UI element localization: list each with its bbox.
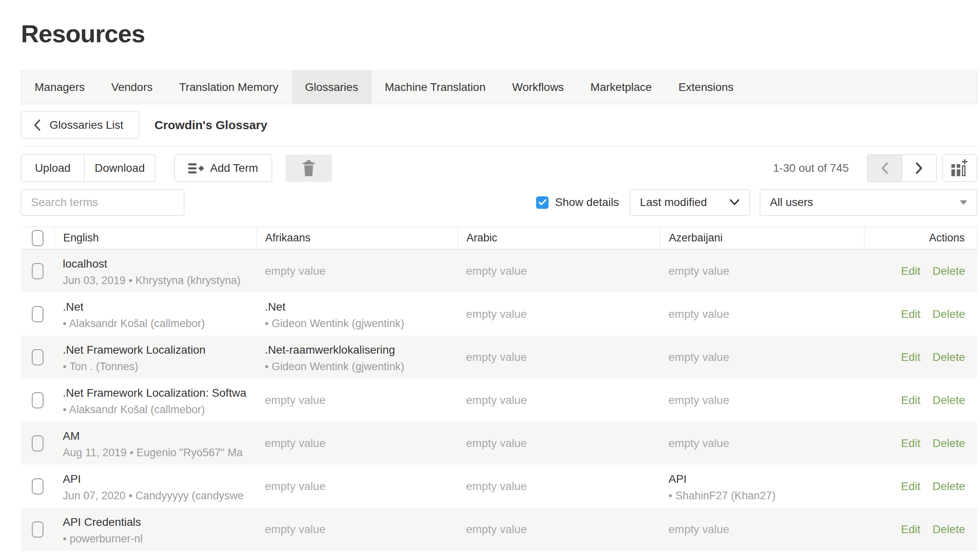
chevron-left-icon [33, 119, 41, 131]
actions-cell: EditDelete [864, 465, 977, 508]
checked-checkbox-icon [536, 196, 549, 209]
delete-link[interactable]: Delete [933, 351, 965, 364]
column-header-azerbaijani[interactable]: Azerbaijani [660, 227, 864, 249]
row-select-cell [21, 249, 54, 292]
afrikaans-cell: empty value [256, 249, 458, 292]
actions-cell: EditDelete [864, 379, 977, 422]
delete-link[interactable]: Delete [933, 308, 965, 321]
row-checkbox[interactable] [32, 392, 43, 408]
term-detail: • Alaksandr Košal (callmebor) [63, 316, 252, 331]
tab-translation-memory[interactable]: Translation Memory [166, 71, 291, 104]
add-term-button[interactable]: Add Term [174, 154, 272, 182]
next-page-button[interactable] [902, 154, 937, 182]
row-select-cell [21, 508, 54, 551]
upload-button[interactable]: Upload [21, 154, 85, 182]
row-checkbox[interactable] [32, 521, 43, 538]
tab-extensions[interactable]: Extensions [665, 71, 747, 104]
manage-columns-button[interactable] [943, 154, 977, 182]
arabic-cell: empty value [458, 336, 660, 379]
actions-cell: EditDelete [864, 422, 977, 465]
term-text: API [668, 472, 860, 486]
edit-link[interactable]: Edit [901, 437, 920, 450]
tab-marketplace[interactable]: Marketplace [577, 71, 665, 104]
sort-select-value: Last modified [640, 196, 707, 209]
row-checkbox[interactable] [32, 306, 43, 322]
column-header-english[interactable]: English [54, 227, 256, 249]
afrikaans-cell: empty value [256, 508, 458, 551]
column-header-arabic[interactable]: Arabic [458, 227, 660, 249]
download-button[interactable]: Download [85, 154, 155, 182]
users-select[interactable]: All users [760, 189, 977, 216]
edit-link[interactable]: Edit [901, 308, 920, 321]
delete-link[interactable]: Delete [933, 437, 965, 450]
tab-vendors[interactable]: Vendors [98, 71, 166, 104]
term-text: localhost [63, 256, 252, 271]
empty-value-label: empty value [668, 265, 729, 278]
edit-link[interactable]: Edit [901, 523, 920, 536]
delete-link[interactable]: Delete [933, 394, 965, 407]
pagination-range: 1-30 out of 745 [773, 162, 849, 175]
sort-select[interactable]: Last modified [630, 189, 750, 216]
english-cell: .Net Framework Localization: Softwa• Ala… [54, 379, 256, 422]
term-detail: Aug 11, 2019 • Eugenio "Ryo567" Ma [63, 445, 252, 460]
english-cell: APIJun 07, 2020 • Candyyyyy (candyswe [54, 465, 256, 508]
actions-cell: EditDelete [864, 508, 977, 551]
row-checkbox[interactable] [32, 435, 43, 451]
table-row: .Net• Alaksandr Košal (callmebor).Net• G… [21, 292, 977, 336]
empty-value-label: empty value [466, 265, 527, 278]
edit-link[interactable]: Edit [901, 351, 920, 364]
azerbaijani-cell: empty value [660, 249, 864, 292]
chevron-right-icon [916, 162, 923, 174]
list-plus-icon [188, 162, 204, 174]
empty-value-label: empty value [466, 480, 527, 493]
empty-value-label: empty value [265, 437, 326, 450]
tab-glossaries[interactable]: Glossaries [292, 71, 371, 104]
breadcrumb: Glossaries List Crowdin's Glossary [21, 111, 977, 139]
glossaries-list-back-button[interactable]: Glossaries List [21, 111, 139, 139]
edit-link[interactable]: Edit [901, 480, 920, 493]
arabic-cell: empty value [458, 379, 660, 422]
select-all-checkbox[interactable] [32, 230, 43, 246]
afrikaans-cell: empty value [256, 465, 458, 508]
show-details-toggle[interactable]: Show details [536, 196, 619, 209]
arabic-cell: empty value [458, 465, 660, 508]
term-text: .Net [63, 299, 252, 314]
table-row: localhostJun 03, 2019 • Khrystyna (khrys… [21, 249, 977, 292]
tab-machine-translation[interactable]: Machine Translation [371, 71, 499, 104]
row-checkbox[interactable] [32, 478, 43, 494]
search-input[interactable] [21, 189, 184, 216]
afrikaans-cell: empty value [256, 379, 458, 422]
afrikaans-cell: .Net• Gideon Wentink (gjwentink) [256, 292, 458, 336]
table-row: API Credentials• powerburner-nlempty val… [21, 508, 977, 551]
empty-value-label: empty value [668, 308, 729, 321]
tab-workflows[interactable]: Workflows [499, 71, 577, 104]
caret-down-icon [960, 200, 967, 205]
empty-value-label: empty value [466, 351, 527, 364]
term-text: AM [63, 428, 252, 443]
azerbaijani-cell: empty value [660, 379, 864, 422]
delete-link[interactable]: Delete [933, 480, 965, 493]
edit-link[interactable]: Edit [901, 394, 920, 407]
term-detail: • Ton . (Tonnes) [63, 359, 252, 374]
column-header-afrikaans[interactable]: Afrikaans [256, 227, 458, 249]
edit-link[interactable]: Edit [901, 265, 920, 278]
delete-link[interactable]: Delete [933, 523, 965, 536]
previous-page-button[interactable] [867, 154, 902, 182]
column-header-actions: Actions [864, 227, 977, 249]
row-checkbox[interactable] [32, 349, 43, 365]
table-header: English Afrikaans Arabic Azerbaijani Act… [21, 227, 977, 249]
glossary-table: English Afrikaans Arabic Azerbaijani Act… [21, 227, 977, 551]
delete-selected-button[interactable] [285, 154, 332, 182]
row-checkbox[interactable] [32, 263, 43, 279]
arabic-cell: empty value [458, 508, 660, 551]
trash-icon [302, 160, 316, 176]
empty-value-label: empty value [466, 308, 527, 321]
term-detail: • Gideon Wentink (gjwentink) [265, 316, 454, 331]
page-title: Resources [21, 19, 977, 48]
arabic-cell: empty value [458, 422, 660, 465]
term-text: API [63, 472, 252, 486]
delete-link[interactable]: Delete [933, 265, 965, 278]
tab-managers[interactable]: Managers [21, 71, 98, 104]
term-text: .Net-raamwerklokalisering [265, 342, 454, 357]
empty-value-label: empty value [668, 437, 729, 450]
